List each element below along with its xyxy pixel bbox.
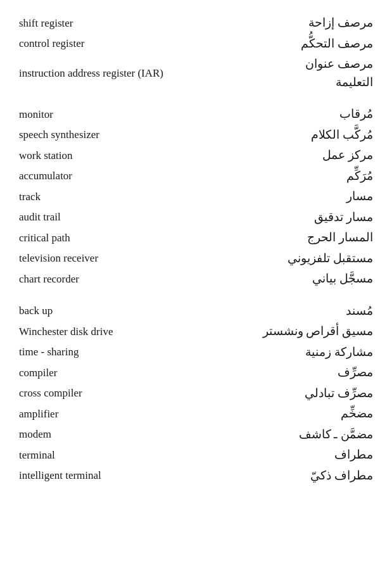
table-row: chart recorderمسجَّل بياني [19,269,373,289]
english-term: Winchester disk drive [19,321,196,342]
spacer-row [19,92,373,104]
arabic-term: مضخِّم [196,403,374,424]
table-row: modemمضمَّن ـ كاشف [19,424,373,445]
english-term: back up [19,301,196,322]
english-term: instruction address register (IAR) [19,54,196,92]
arabic-term: مرصف إزاحة [196,13,374,34]
table-row: accumulatorمُرَكِّم [19,166,373,187]
arabic-term: مسار تدقيق [196,207,374,228]
arabic-term: مركز عمل [196,145,374,166]
table-row: control registerمرصف التحكُّم [19,34,373,54]
arabic-term: مُرقاب [196,104,374,125]
english-term: intelligent terminal [19,466,196,486]
arabic-term: مُرَكِّم [196,166,374,187]
english-term: control register [19,34,196,54]
english-term: cross compiler [19,383,196,404]
table-row: Winchester disk driveمسيق أقراص ونشستر [19,321,373,342]
arabic-term: مطراف ذكيّ [196,466,374,486]
english-term: time - sharing [19,342,196,363]
english-term: monitor [19,104,196,125]
english-term: compiler [19,362,196,383]
table-row: instruction address register (IAR)مرصف ع… [19,54,373,92]
english-term: chart recorder [19,269,196,289]
table-row: speech synthesizerمُركَّب الكلام [19,125,373,146]
english-term: track [19,186,196,207]
english-term: accumulator [19,166,196,187]
arabic-term: مطراف [196,445,374,466]
english-term: shift register [19,13,196,34]
arabic-term: مضمَّن ـ كاشف [196,424,374,445]
english-term: critical path [19,227,196,248]
table-row: terminalمطراف [19,445,373,466]
table-row: television receiverمستقبل تلفزيوني [19,248,373,269]
table-row: monitorمُرقاب [19,104,373,125]
table-row: compilerمصرِّف [19,362,373,383]
table-row: time - sharingمشاركة زمنية [19,342,373,363]
english-term: audit trail [19,207,196,228]
table-row: trackمسار [19,186,373,207]
arabic-term: مسيق أقراص ونشستر [196,321,374,342]
terms-table: shift registerمرصف إزاحةcontrol register… [19,13,373,486]
arabic-term: مُسند [196,301,374,322]
arabic-term: المسار الحرج [196,227,374,248]
table-row: critical pathالمسار الحرج [19,227,373,248]
arabic-term: مرصف عنوانالتعليمة [196,54,374,92]
table-row: audit trailمسار تدقيق [19,207,373,228]
arabic-term: مُركَّب الكلام [196,125,374,146]
english-term: terminal [19,445,196,466]
table-row: work stationمركز عمل [19,145,373,166]
arabic-term: مسار [196,186,374,207]
english-term: amplifier [19,403,196,424]
arabic-term: مصرِّف تبادلي [196,383,374,404]
arabic-term: مرصف التحكُّم [196,34,374,54]
table-row: back upمُسند [19,301,373,322]
arabic-term: مشاركة زمنية [196,342,374,363]
table-row: cross compilerمصرِّف تبادلي [19,383,373,404]
table-row: intelligent terminalمطراف ذكيّ [19,466,373,486]
spacer-row [19,289,373,301]
arabic-term: مستقبل تلفزيوني [196,248,374,269]
arabic-term: مسجَّل بياني [196,269,374,289]
english-term: work station [19,145,196,166]
english-term: television receiver [19,248,196,269]
arabic-term: مصرِّف [196,362,374,383]
english-term: modem [19,424,196,445]
table-row: amplifierمضخِّم [19,403,373,424]
table-row: shift registerمرصف إزاحة [19,13,373,34]
page: shift registerمرصف إزاحةcontrol register… [0,0,392,570]
english-term: speech synthesizer [19,125,196,146]
